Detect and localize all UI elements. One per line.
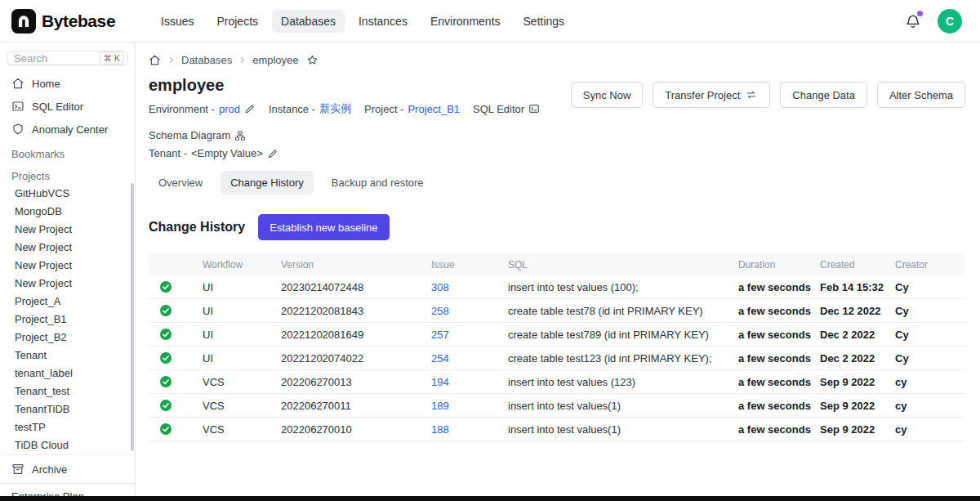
change-data-button[interactable]: Change Data (780, 82, 867, 108)
cell-creator: cy (889, 400, 965, 412)
edit-pencil-icon[interactable] (244, 103, 256, 114)
instance-label: Instance - (269, 103, 315, 115)
sidebar-project-item[interactable]: New Project (0, 239, 135, 257)
cell-workflow: UI (196, 329, 274, 341)
cell-issue-link[interactable]: 254 (425, 352, 501, 365)
cell-sql: insert into test values(1) (501, 400, 732, 412)
cell-duration: a few seconds (732, 329, 813, 341)
cell-duration: a few seconds (732, 281, 813, 293)
tab[interactable]: Change History (220, 171, 314, 195)
brand-name: Bytebase (42, 11, 115, 31)
cell-created: Sep 9 2022 (813, 376, 889, 388)
success-check-icon (159, 280, 172, 293)
instance-link[interactable]: 新实例 (319, 101, 351, 116)
notifications-bell-icon[interactable] (905, 13, 921, 29)
user-avatar[interactable]: C (938, 9, 962, 34)
main-nav: Issues Projects Databases Instances Envi… (152, 10, 905, 33)
sql-editor-link[interactable]: SQL Editor (473, 103, 540, 115)
cell-issue-link[interactable]: 189 (425, 400, 501, 412)
table-row[interactable]: UI 20230214072448 308 insert into test v… (149, 275, 965, 299)
sidebar-project-item[interactable]: Tenant_test (0, 382, 135, 400)
edit-pencil-icon[interactable] (267, 148, 278, 159)
sidebar-project-item[interactable]: New Project (0, 257, 135, 275)
breadcrumb-current: employee (252, 54, 298, 66)
nav-item[interactable]: Instances (350, 10, 416, 33)
bookmark-star-icon[interactable] (306, 54, 318, 66)
transfer-project-button[interactable]: Transfer Project (653, 82, 770, 108)
cell-workflow: UI (196, 281, 274, 293)
sidebar-scrollbar[interactable] (131, 183, 134, 451)
sidebar-project-item[interactable]: Project_A (0, 293, 135, 311)
change-history-header: Change History Establish new baseline (149, 214, 965, 240)
cell-issue-link[interactable]: 194 (425, 376, 501, 388)
cell-issue-link[interactable]: 258 (425, 305, 501, 317)
success-check-icon (159, 375, 172, 388)
terminal-icon (11, 100, 24, 113)
tab[interactable]: Overview (149, 171, 212, 195)
sidebar-project-item[interactable]: TiDB Cloud (0, 436, 135, 454)
schema-diagram-icon (234, 130, 246, 141)
establish-baseline-button[interactable]: Establish new baseline (258, 214, 389, 240)
change-history-title: Change History (149, 220, 245, 235)
sidebar-item-archive[interactable]: Archive (0, 458, 135, 481)
tab[interactable]: Backup and restore (322, 171, 434, 195)
cell-creator: Cy (889, 329, 965, 341)
cell-status (149, 423, 196, 436)
notification-dot (917, 11, 923, 16)
table-row[interactable]: UI 20221202081649 257 create table test7… (149, 323, 965, 347)
sidebar-project-item[interactable]: Project_B1 (0, 311, 135, 329)
sync-now-button[interactable]: Sync Now (571, 82, 644, 108)
cell-sql: insert into test values(1) (501, 423, 732, 436)
table-row[interactable]: VCS 202206270013 194 insert into test va… (149, 370, 965, 394)
nav-item[interactable]: Projects (207, 10, 267, 33)
cell-issue-link[interactable]: 308 (425, 281, 501, 293)
col-duration: Duration (732, 259, 813, 271)
nav-item[interactable]: Issues (152, 10, 203, 33)
breadcrumb-home-icon[interactable] (149, 54, 161, 66)
sidebar-item-sql-editor[interactable]: SQL Editor (0, 95, 135, 118)
cell-issue-link[interactable]: 257 (425, 329, 501, 341)
sidebar-project-item[interactable]: testTP (0, 418, 135, 436)
cell-version: 20221202081649 (274, 329, 425, 341)
success-check-icon (159, 399, 172, 412)
page-actions: Sync Now Transfer Project Change Data Al… (571, 82, 965, 159)
sidebar-item-anomaly-center[interactable]: Anomaly Center (0, 118, 135, 141)
sidebar-project-item[interactable]: Tenant (0, 347, 135, 365)
nav-item[interactable]: Environments (421, 10, 510, 33)
cell-workflow: UI (196, 352, 274, 365)
search-box[interactable]: ⌘ K (7, 51, 128, 65)
cell-issue-link[interactable]: 188 (425, 423, 501, 436)
archive-section: Archive (0, 454, 135, 483)
sidebar-project-item[interactable]: TenantTiDB (0, 400, 135, 418)
bytebase-logo-icon[interactable] (11, 9, 36, 34)
table-row[interactable]: VCS 202206270011 189 insert into test va… (149, 394, 965, 418)
sidebar-project-item[interactable]: New Project (0, 275, 135, 293)
search-input[interactable] (14, 52, 81, 65)
database-tabs: Overview Change History Backup and resto… (149, 171, 965, 195)
schema-diagram-link[interactable]: Schema Diagram (149, 129, 246, 141)
success-check-icon (159, 351, 172, 365)
sidebar-project-item[interactable]: GitHubVCS (0, 185, 135, 203)
table-row[interactable]: VCS 202206270010 188 insert into test va… (149, 418, 965, 441)
table-row[interactable]: UI 20221202081843 258 create table test7… (149, 299, 965, 323)
sidebar-item-home[interactable]: Home (0, 72, 135, 95)
button-label: Transfer Project (665, 89, 740, 101)
brand: Bytebase (11, 9, 144, 34)
nav-item[interactable]: Settings (514, 10, 574, 33)
project-link[interactable]: Project_B1 (408, 103, 460, 115)
project-list: GitHubVCS MongoDB New Project New Projec… (0, 185, 135, 454)
cell-status (149, 399, 196, 412)
table-row[interactable]: UI 20221202074022 254 create table test1… (149, 347, 965, 370)
sidebar-project-item[interactable]: tenant_label (0, 365, 135, 382)
sidebar-project-item[interactable]: Project_B2 (0, 329, 135, 347)
sidebar-project-item[interactable]: New Project (0, 221, 135, 239)
sidebar-project-item[interactable]: MongoDB (0, 203, 135, 221)
alter-schema-button[interactable]: Alter Schema (877, 82, 965, 108)
nav-item[interactable]: Databases (272, 10, 345, 33)
breadcrumb-databases[interactable]: Databases (181, 54, 232, 66)
cell-workflow: UI (196, 305, 274, 317)
transfer-arrows-icon (746, 89, 758, 101)
cell-creator: cy (889, 423, 965, 436)
cell-created: Sep 9 2022 (813, 423, 889, 436)
environment-link[interactable]: prod (219, 103, 240, 115)
